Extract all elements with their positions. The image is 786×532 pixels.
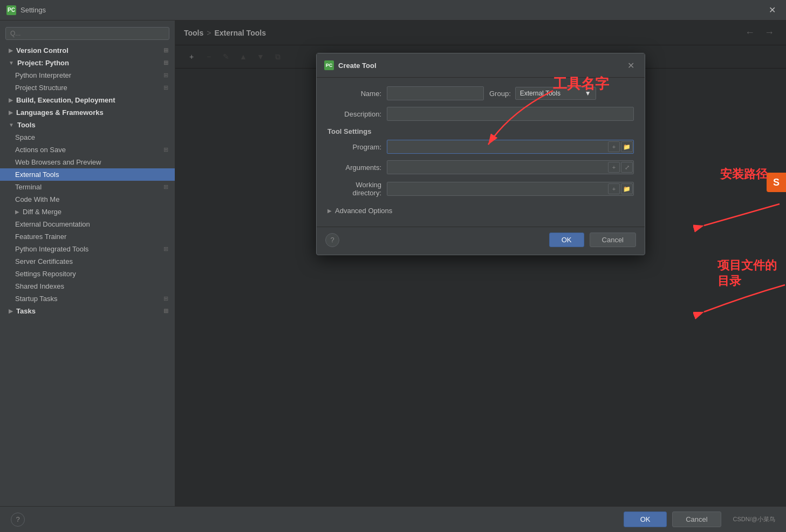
dialog-ok-button[interactable]: OK bbox=[549, 233, 584, 247]
group-label: Group: bbox=[489, 90, 511, 98]
sidebar-item-diff-merge[interactable]: ▶ Diff & Merge bbox=[0, 206, 175, 218]
expand-arrow: ▶ bbox=[9, 47, 13, 53]
arguments-input-container: + ⤢ bbox=[387, 160, 634, 174]
working-dir-input-container: + 📁 bbox=[387, 182, 634, 196]
sidebar-item-external-tools[interactable]: External Tools bbox=[0, 168, 175, 181]
sidebar-item-code-with-me[interactable]: Code With Me bbox=[0, 193, 175, 206]
dialog-footer: ? OK Cancel bbox=[317, 227, 645, 255]
sidebar-item-label: Shared Indexes bbox=[15, 282, 64, 290]
sidebar-item-project-python[interactable]: ▼ Project: Python ⊞ bbox=[0, 57, 175, 69]
help-icon[interactable]: ? bbox=[11, 513, 25, 527]
working-dir-input[interactable] bbox=[387, 182, 634, 196]
sidebar-item-shared-indexes[interactable]: Shared Indexes bbox=[0, 280, 175, 292]
sidebar-item-languages[interactable]: ▶ Languages & Frameworks bbox=[0, 106, 175, 119]
arguments-input[interactable] bbox=[387, 160, 634, 174]
settings-icon: ⊞ bbox=[163, 146, 168, 153]
sidebar-item-label: Startup Tasks bbox=[15, 295, 58, 303]
arguments-buttons: + ⤢ bbox=[608, 162, 633, 173]
settings-icon: ⊞ bbox=[163, 183, 168, 190]
name-input[interactable] bbox=[387, 86, 484, 100]
global-cancel-button[interactable]: Cancel bbox=[672, 511, 721, 527]
arguments-expand-button[interactable]: ⤢ bbox=[621, 162, 633, 173]
working-dir-label: Working directory: bbox=[327, 181, 381, 197]
sidebar-item-label: Code With Me bbox=[15, 195, 59, 203]
sidebar-item-build-execution[interactable]: ▶ Build, Execution, Deployment bbox=[0, 94, 175, 106]
sidebar-search-container bbox=[5, 27, 169, 40]
sidebar-item-project-structure[interactable]: Project Structure ⊞ bbox=[0, 81, 175, 94]
sidebar-item-server-certificates[interactable]: Server Certificates bbox=[0, 255, 175, 268]
group-select[interactable]: External Tools ▼ bbox=[515, 87, 596, 100]
dialog-title-bar: PC Create Tool ✕ bbox=[317, 53, 645, 78]
sidebar-item-tools[interactable]: ▼ Tools bbox=[0, 119, 175, 131]
bottom-bar: ? OK Cancel CSDN/@小菜鸟 bbox=[0, 506, 786, 532]
annotation-project-dir: 项目文件的目录 bbox=[717, 258, 786, 289]
sidebar-item-web-browsers[interactable]: Web Browsers and Preview bbox=[0, 156, 175, 168]
dialog-close-button[interactable]: ✕ bbox=[624, 59, 637, 72]
settings-icon: ⊞ bbox=[163, 59, 168, 66]
sidebar-item-label: Terminal bbox=[15, 183, 42, 191]
global-ok-button[interactable]: OK bbox=[624, 511, 667, 527]
sidebar-item-label: Server Certificates bbox=[15, 257, 73, 265]
description-row: Description: bbox=[327, 107, 634, 121]
s-badge: S bbox=[767, 173, 786, 192]
sidebar-item-version-control[interactable]: ▶ Version Control ⊞ bbox=[0, 44, 175, 57]
sidebar-item-label: Settings Repository bbox=[15, 270, 76, 278]
dropdown-arrow-icon: ▼ bbox=[585, 90, 591, 97]
sidebar: ▶ Version Control ⊞ ▼ Project: Python ⊞ … bbox=[0, 21, 175, 506]
sidebar-item-terminal[interactable]: Terminal ⊞ bbox=[0, 181, 175, 193]
arrow-install-path bbox=[693, 182, 786, 263]
sidebar-item-label: Actions on Save bbox=[15, 146, 66, 154]
sidebar-item-startup-tasks[interactable]: Startup Tasks ⊞ bbox=[0, 292, 175, 305]
arguments-row: Arguments: + ⤢ bbox=[327, 160, 634, 174]
window-close-button[interactable]: ✕ bbox=[764, 3, 780, 18]
working-dir-add-button[interactable]: + bbox=[608, 183, 620, 194]
advanced-options-label: Advanced Options bbox=[335, 207, 392, 215]
name-label: Name: bbox=[327, 90, 381, 98]
sidebar-item-settings-repository[interactable]: Settings Repository bbox=[0, 268, 175, 280]
sidebar-item-label: External Documentation bbox=[15, 220, 90, 228]
expand-arrow: ▶ bbox=[9, 110, 13, 115]
program-buttons: + 📁 bbox=[608, 141, 633, 152]
sidebar-item-label: External Tools bbox=[15, 170, 59, 179]
program-browse-button[interactable]: 📁 bbox=[621, 141, 633, 152]
expand-arrow: ▶ bbox=[9, 97, 13, 103]
program-input[interactable] bbox=[387, 140, 634, 154]
dialog-overlay: PC Create Tool ✕ Name: Group: Extern bbox=[175, 21, 786, 506]
program-label: Program: bbox=[327, 143, 381, 151]
sidebar-item-actions-on-save[interactable]: Actions on Save ⊞ bbox=[0, 144, 175, 156]
dialog-title: Create Tool bbox=[338, 62, 377, 70]
search-input[interactable] bbox=[5, 27, 169, 40]
sidebar-item-label: Features Trainer bbox=[15, 233, 66, 241]
sidebar-item-tasks[interactable]: ▶ Tasks ⊞ bbox=[0, 305, 175, 317]
help-button[interactable]: ? bbox=[325, 233, 339, 247]
program-add-button[interactable]: + bbox=[608, 141, 620, 152]
group-select-value: External Tools bbox=[520, 90, 561, 97]
dialog-app-icon: PC bbox=[324, 60, 334, 70]
expand-arrow: ▼ bbox=[9, 60, 14, 66]
working-dir-browse-button[interactable]: 📁 bbox=[621, 183, 633, 194]
sidebar-item-features-trainer[interactable]: Features Trainer bbox=[0, 230, 175, 243]
sidebar-item-label: Version Control bbox=[16, 46, 69, 54]
settings-icon: ⊞ bbox=[163, 308, 168, 315]
sidebar-item-python-interpreter[interactable]: Python Interpreter ⊞ bbox=[0, 69, 175, 81]
content-area: Tools > External Tools ← → + − ✎ ▲ ▼ ⧉ bbox=[175, 21, 786, 506]
description-input[interactable] bbox=[387, 107, 634, 121]
sidebar-item-space[interactable]: Space bbox=[0, 131, 175, 144]
sidebar-item-label: Diff & Merge bbox=[23, 208, 61, 216]
sidebar-item-label: Tasks bbox=[16, 307, 36, 315]
sidebar-item-label: Tools bbox=[17, 121, 36, 129]
sidebar-item-external-doc[interactable]: External Documentation bbox=[0, 218, 175, 230]
settings-icon: ⊞ bbox=[163, 295, 168, 302]
expand-arrow: ▼ bbox=[9, 122, 14, 128]
advanced-arrow-icon: ▶ bbox=[327, 208, 332, 214]
sidebar-item-label: Project: Python bbox=[17, 59, 69, 67]
main-layout: ▶ Version Control ⊞ ▼ Project: Python ⊞ … bbox=[0, 21, 786, 506]
sidebar-item-python-integrated-tools[interactable]: Python Integrated Tools ⊞ bbox=[0, 243, 175, 255]
advanced-options-row[interactable]: ▶ Advanced Options bbox=[327, 203, 634, 218]
arguments-add-button[interactable]: + bbox=[608, 162, 620, 173]
expand-arrow: ▶ bbox=[15, 209, 19, 215]
brand-label: CSDN/@小菜鸟 bbox=[733, 515, 775, 523]
dialog-cancel-button[interactable]: Cancel bbox=[590, 233, 636, 247]
create-tool-dialog: PC Create Tool ✕ Name: Group: Extern bbox=[316, 53, 645, 255]
settings-icon: ⊞ bbox=[163, 245, 168, 253]
